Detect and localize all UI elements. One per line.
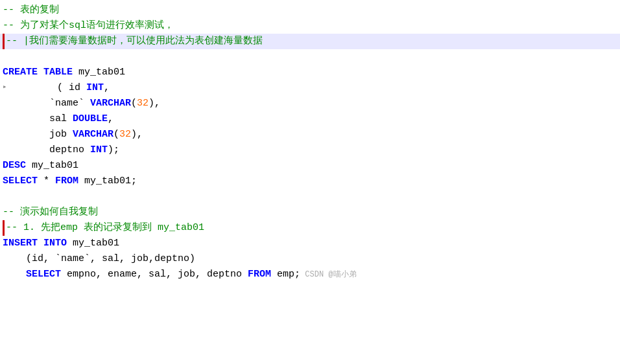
code-token: -- |我们需要海量数据时，可以使用此法为表创建海量数据 bbox=[6, 36, 263, 47]
line-content: ( id INT, bbox=[10, 80, 110, 96]
code-token: my_tab01; bbox=[78, 176, 137, 187]
code-token: INTO bbox=[43, 238, 67, 249]
code-token: , bbox=[104, 82, 110, 93]
code-token: my_tab01 bbox=[73, 67, 125, 78]
code-token bbox=[38, 238, 43, 249]
code-token: DESC bbox=[3, 160, 26, 171]
code-token: DOUBLE bbox=[73, 113, 108, 124]
code-token: INSERT bbox=[3, 238, 38, 249]
code-line: -- 1. 先把emp 表的记录复制到 my_tab01 bbox=[0, 220, 620, 236]
code-token: * bbox=[38, 176, 55, 187]
code-line: job VARCHAR(32), bbox=[0, 127, 620, 142]
line-content: CREATE TABLE my_tab01 bbox=[3, 65, 125, 80]
code-editor: -- 表的复制-- 为了对某个sql语句进行效率测试，-- |我们需要海量数据时… bbox=[0, 0, 620, 364]
code-line: -- 表的复制 bbox=[0, 3, 620, 18]
code-token: empno, ename, sal, job, deptno bbox=[61, 269, 248, 280]
code-token: ); bbox=[108, 144, 119, 155]
code-token: emp; bbox=[271, 269, 300, 280]
code-token: 演示如何自我复制 bbox=[20, 207, 98, 218]
code-line: ▸ ( id INT, bbox=[0, 80, 620, 96]
line-content: -- 为了对某个sql语句进行效率测试， bbox=[3, 18, 174, 34]
code-token: sal bbox=[3, 113, 73, 124]
watermark: CSDN @喵小弟 bbox=[300, 270, 356, 279]
code-token: 为了对某个sql语句进行效率测试， bbox=[20, 20, 174, 31]
code-token: -- 1. 先把emp 表的记录复制到 my_tab01 bbox=[6, 222, 204, 233]
code-token: FROM bbox=[55, 176, 78, 187]
code-token: -- bbox=[3, 20, 20, 31]
code-line: DESC my_tab01 bbox=[0, 158, 620, 174]
line-content: INSERT INTO my_tab01 bbox=[3, 236, 119, 251]
code-line: (id, `name`, sal, job,deptno) bbox=[0, 251, 620, 267]
line-content: SELECT empno, ename, sal, job, deptno FR… bbox=[3, 267, 357, 282]
code-line bbox=[0, 189, 620, 205]
line-content: -- |我们需要海量数据时，可以使用此法为表创建海量数据 bbox=[6, 34, 263, 49]
code-token: , bbox=[108, 113, 113, 124]
code-line: deptno INT); bbox=[0, 142, 620, 158]
code-token: 32 bbox=[137, 98, 149, 109]
code-line: -- 为了对某个sql语句进行效率测试， bbox=[0, 18, 620, 34]
code-token: ( bbox=[131, 98, 137, 109]
code-line: `name` VARCHAR(32), bbox=[0, 96, 620, 111]
line-content: -- 1. 先把emp 表的记录复制到 my_tab01 bbox=[6, 220, 204, 236]
code-token bbox=[38, 67, 43, 78]
line-content: -- 演示如何自我复制 bbox=[3, 205, 98, 220]
code-line: -- |我们需要海量数据时，可以使用此法为表创建海量数据 bbox=[0, 34, 620, 49]
code-token: -- bbox=[3, 207, 20, 218]
code-line bbox=[0, 49, 620, 65]
code-line: INSERT INTO my_tab01 bbox=[0, 236, 620, 251]
line-content: deptno INT); bbox=[3, 142, 119, 158]
line-content: DESC my_tab01 bbox=[3, 158, 78, 174]
border-indicator bbox=[3, 220, 5, 236]
code-token: CREATE bbox=[3, 67, 38, 78]
code-token: ), bbox=[149, 98, 160, 109]
line-content: sal DOUBLE, bbox=[3, 111, 113, 127]
code-token: ), bbox=[131, 129, 143, 140]
line-content: SELECT * FROM my_tab01; bbox=[3, 174, 137, 189]
code-token: job bbox=[3, 129, 73, 140]
code-token: INT bbox=[90, 144, 108, 155]
code-token: FROM bbox=[248, 269, 271, 280]
code-line: CREATE TABLE my_tab01 bbox=[0, 65, 620, 80]
code-token: `name` bbox=[3, 98, 90, 109]
code-token: TABLE bbox=[43, 67, 73, 78]
line-content: `name` VARCHAR(32), bbox=[3, 96, 160, 111]
code-token: SELECT bbox=[3, 176, 38, 187]
code-token: (id, `name`, sal, job,deptno) bbox=[3, 253, 195, 264]
code-token: ( bbox=[113, 129, 119, 140]
line-content: -- 表的复制 bbox=[3, 3, 59, 18]
code-line: SELECT empno, ename, sal, job, deptno FR… bbox=[0, 267, 620, 282]
code-line: sal DOUBLE, bbox=[0, 111, 620, 127]
code-token: VARCHAR bbox=[73, 129, 113, 140]
code-token bbox=[3, 269, 26, 280]
code-line: -- 演示如何自我复制 bbox=[0, 205, 620, 220]
line-content: (id, `name`, sal, job,deptno) bbox=[3, 251, 195, 267]
code-token: 32 bbox=[119, 129, 131, 140]
code-token: ( id bbox=[10, 82, 86, 93]
line-content: job VARCHAR(32), bbox=[3, 127, 143, 142]
fold-indicator[interactable]: ▸ bbox=[3, 80, 10, 93]
code-token: my_tab01 bbox=[67, 238, 119, 249]
code-token: 表的复制 bbox=[20, 5, 59, 16]
code-token: deptno bbox=[3, 144, 90, 155]
border-indicator bbox=[3, 34, 5, 49]
code-token: INT bbox=[86, 82, 104, 93]
code-token: my_tab01 bbox=[26, 160, 78, 171]
code-token: VARCHAR bbox=[90, 98, 131, 109]
code-token: -- bbox=[3, 5, 20, 16]
code-line: SELECT * FROM my_tab01; bbox=[0, 174, 620, 189]
code-token: SELECT bbox=[26, 269, 61, 280]
